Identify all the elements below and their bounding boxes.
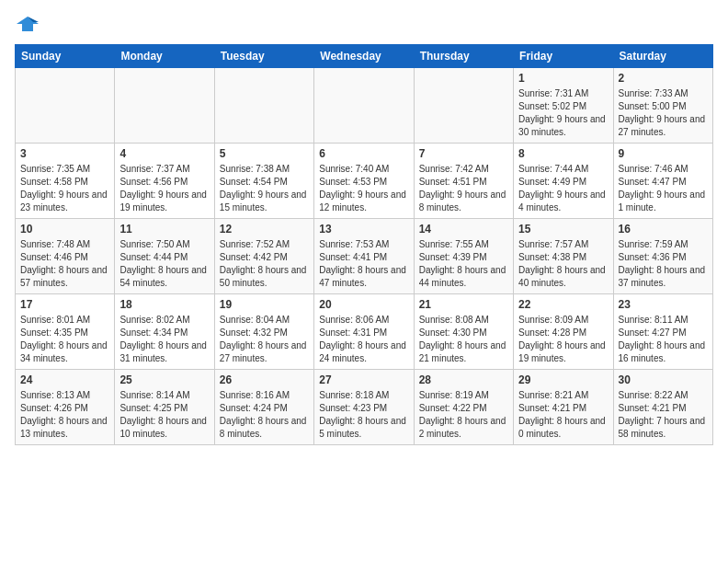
day-number: 25: [119, 373, 209, 386]
calendar-cell: 26Sunrise: 8:16 AM Sunset: 4:24 PM Dayli…: [214, 370, 313, 445]
week-row-4: 17Sunrise: 8:01 AM Sunset: 4:35 PM Dayli…: [16, 294, 713, 370]
day-info: Sunrise: 8:08 AM Sunset: 4:30 PM Dayligh…: [419, 314, 508, 365]
day-info: Sunrise: 7:46 AM Sunset: 4:47 PM Dayligh…: [619, 163, 708, 214]
calendar-cell: [214, 68, 313, 144]
day-info: Sunrise: 7:42 AM Sunset: 4:51 PM Dayligh…: [419, 163, 508, 214]
day-info: Sunrise: 7:33 AM Sunset: 5:00 PM Dayligh…: [619, 87, 708, 139]
week-row-2: 3Sunrise: 7:35 AM Sunset: 4:58 PM Daylig…: [16, 144, 713, 219]
day-number: 1: [518, 72, 608, 85]
day-number: 12: [220, 223, 309, 236]
calendar-cell: 16Sunrise: 7:59 AM Sunset: 4:36 PM Dayli…: [613, 219, 712, 294]
day-info: Sunrise: 8:11 AM Sunset: 4:27 PM Dayligh…: [619, 314, 708, 365]
calendar-cell: 21Sunrise: 8:08 AM Sunset: 4:30 PM Dayli…: [414, 294, 513, 370]
day-number: 8: [518, 147, 608, 160]
day-number: 18: [119, 298, 209, 311]
logo-bird-icon: [15, 15, 40, 35]
day-info: Sunrise: 8:06 AM Sunset: 4:31 PM Dayligh…: [319, 314, 408, 365]
calendar-cell: [414, 68, 513, 144]
calendar-cell: 13Sunrise: 7:53 AM Sunset: 4:41 PM Dayli…: [314, 219, 414, 294]
calendar-body: 1Sunrise: 7:31 AM Sunset: 5:02 PM Daylig…: [16, 68, 713, 445]
calendar-cell: 24Sunrise: 8:13 AM Sunset: 4:26 PM Dayli…: [16, 370, 115, 445]
day-number: 30: [619, 373, 708, 386]
day-info: Sunrise: 8:16 AM Sunset: 4:24 PM Dayligh…: [220, 389, 309, 441]
day-number: 23: [619, 298, 708, 311]
day-number: 29: [518, 373, 608, 386]
day-info: Sunrise: 7:55 AM Sunset: 4:39 PM Dayligh…: [419, 238, 508, 290]
day-info: Sunrise: 7:50 AM Sunset: 4:44 PM Dayligh…: [119, 238, 209, 290]
day-info: Sunrise: 7:57 AM Sunset: 4:38 PM Dayligh…: [518, 238, 608, 290]
day-info: Sunrise: 7:35 AM Sunset: 4:58 PM Dayligh…: [20, 163, 109, 214]
day-number: 14: [419, 223, 508, 236]
calendar-cell: 3Sunrise: 7:35 AM Sunset: 4:58 PM Daylig…: [16, 144, 115, 219]
calendar-cell: 4Sunrise: 7:37 AM Sunset: 4:56 PM Daylig…: [115, 144, 214, 219]
svg-marker-0: [17, 17, 39, 31]
day-info: Sunrise: 7:59 AM Sunset: 4:36 PM Dayligh…: [619, 238, 708, 290]
day-info: Sunrise: 7:53 AM Sunset: 4:41 PM Dayligh…: [319, 238, 408, 290]
day-number: 19: [220, 298, 309, 311]
calendar-cell: 2Sunrise: 7:33 AM Sunset: 5:00 PM Daylig…: [613, 68, 712, 144]
day-number: 2: [619, 72, 708, 85]
calendar-cell: 1Sunrise: 7:31 AM Sunset: 5:02 PM Daylig…: [514, 68, 613, 144]
day-info: Sunrise: 7:52 AM Sunset: 4:42 PM Dayligh…: [220, 238, 309, 290]
day-number: 27: [319, 373, 408, 386]
day-number: 11: [119, 223, 209, 236]
day-number: 9: [619, 147, 708, 160]
day-number: 13: [319, 223, 408, 236]
calendar-cell: 14Sunrise: 7:55 AM Sunset: 4:39 PM Dayli…: [414, 219, 513, 294]
calendar-cell: 23Sunrise: 8:11 AM Sunset: 4:27 PM Dayli…: [613, 294, 712, 370]
day-info: Sunrise: 8:01 AM Sunset: 4:35 PM Dayligh…: [20, 314, 109, 365]
day-info: Sunrise: 8:09 AM Sunset: 4:28 PM Dayligh…: [518, 314, 608, 365]
calendar-cell: 9Sunrise: 7:46 AM Sunset: 4:47 PM Daylig…: [613, 144, 712, 219]
day-number: 28: [419, 373, 508, 386]
calendar-cell: 18Sunrise: 8:02 AM Sunset: 4:34 PM Dayli…: [115, 294, 214, 370]
calendar-cell: 15Sunrise: 7:57 AM Sunset: 4:38 PM Dayli…: [514, 219, 613, 294]
day-info: Sunrise: 7:40 AM Sunset: 4:53 PM Dayligh…: [319, 163, 408, 214]
day-info: Sunrise: 8:13 AM Sunset: 4:26 PM Dayligh…: [20, 389, 109, 441]
day-number: 6: [319, 147, 408, 160]
day-number: 5: [220, 147, 309, 160]
day-info: Sunrise: 7:31 AM Sunset: 5:02 PM Dayligh…: [518, 87, 608, 139]
calendar-cell: 7Sunrise: 7:42 AM Sunset: 4:51 PM Daylig…: [414, 144, 513, 219]
day-number: 7: [419, 147, 508, 160]
column-header-monday: Monday: [115, 45, 214, 68]
week-row-5: 24Sunrise: 8:13 AM Sunset: 4:26 PM Dayli…: [16, 370, 713, 445]
logo: [15, 15, 44, 35]
day-number: 16: [619, 223, 708, 236]
day-info: Sunrise: 7:48 AM Sunset: 4:46 PM Dayligh…: [20, 238, 109, 290]
week-row-3: 10Sunrise: 7:48 AM Sunset: 4:46 PM Dayli…: [16, 219, 713, 294]
day-number: 26: [220, 373, 309, 386]
calendar-header: SundayMondayTuesdayWednesdayThursdayFrid…: [16, 45, 713, 68]
calendar-cell: [115, 68, 214, 144]
day-info: Sunrise: 8:21 AM Sunset: 4:21 PM Dayligh…: [518, 389, 608, 441]
calendar-cell: 10Sunrise: 7:48 AM Sunset: 4:46 PM Dayli…: [16, 219, 115, 294]
calendar-cell: 11Sunrise: 7:50 AM Sunset: 4:44 PM Dayli…: [115, 219, 214, 294]
day-number: 24: [20, 373, 109, 386]
calendar-cell: 12Sunrise: 7:52 AM Sunset: 4:42 PM Dayli…: [214, 219, 313, 294]
page-header: [15, 15, 713, 35]
calendar-cell: 5Sunrise: 7:38 AM Sunset: 4:54 PM Daylig…: [214, 144, 313, 219]
calendar-cell: 30Sunrise: 8:22 AM Sunset: 4:21 PM Dayli…: [613, 370, 712, 445]
day-number: 10: [20, 223, 109, 236]
day-number: 22: [518, 298, 608, 311]
calendar-cell: 22Sunrise: 8:09 AM Sunset: 4:28 PM Dayli…: [514, 294, 613, 370]
day-info: Sunrise: 7:38 AM Sunset: 4:54 PM Dayligh…: [220, 163, 309, 214]
day-number: 4: [119, 147, 209, 160]
day-number: 3: [20, 147, 109, 160]
calendar-cell: 19Sunrise: 8:04 AM Sunset: 4:32 PM Dayli…: [214, 294, 313, 370]
calendar-cell: [16, 68, 115, 144]
calendar-cell: 29Sunrise: 8:21 AM Sunset: 4:21 PM Dayli…: [514, 370, 613, 445]
calendar-cell: 20Sunrise: 8:06 AM Sunset: 4:31 PM Dayli…: [314, 294, 414, 370]
day-info: Sunrise: 8:18 AM Sunset: 4:23 PM Dayligh…: [319, 389, 408, 441]
day-info: Sunrise: 8:04 AM Sunset: 4:32 PM Dayligh…: [220, 314, 309, 365]
column-header-tuesday: Tuesday: [214, 45, 313, 68]
calendar-cell: 28Sunrise: 8:19 AM Sunset: 4:22 PM Dayli…: [414, 370, 513, 445]
day-info: Sunrise: 8:02 AM Sunset: 4:34 PM Dayligh…: [119, 314, 209, 365]
column-header-sunday: Sunday: [16, 45, 115, 68]
calendar-cell: 8Sunrise: 7:44 AM Sunset: 4:49 PM Daylig…: [514, 144, 613, 219]
column-header-thursday: Thursday: [414, 45, 513, 68]
column-header-friday: Friday: [514, 45, 613, 68]
calendar-cell: 25Sunrise: 8:14 AM Sunset: 4:25 PM Dayli…: [115, 370, 214, 445]
day-info: Sunrise: 7:44 AM Sunset: 4:49 PM Dayligh…: [518, 163, 608, 214]
day-info: Sunrise: 8:22 AM Sunset: 4:21 PM Dayligh…: [619, 389, 708, 441]
column-header-wednesday: Wednesday: [314, 45, 414, 68]
